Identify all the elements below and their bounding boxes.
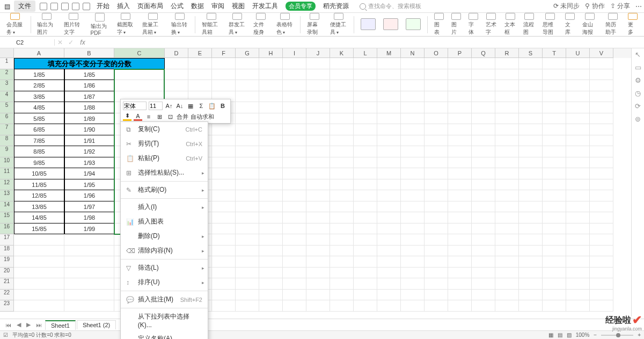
cell[interactable]: [425, 157, 448, 169]
cell[interactable]: [236, 278, 259, 290]
cell-B17[interactable]: [64, 234, 114, 246]
rb-vip-service[interactable]: 会员服务: [3, 13, 27, 36]
cell[interactable]: [425, 234, 448, 246]
cell[interactable]: [306, 102, 330, 113]
cell[interactable]: [401, 135, 425, 147]
cell[interactable]: [543, 201, 566, 213]
cell[interactable]: [519, 135, 543, 147]
cell[interactable]: [590, 201, 613, 213]
cell[interactable]: [330, 290, 354, 301]
cell[interactable]: [448, 58, 472, 69]
cell[interactable]: [448, 201, 472, 213]
tab-formula[interactable]: 公式: [171, 2, 184, 11]
backup-icon[interactable]: ⟳: [634, 102, 642, 110]
cell[interactable]: [543, 300, 566, 312]
cell[interactable]: [377, 135, 401, 147]
cell-C2[interactable]: [114, 69, 165, 81]
cell[interactable]: [212, 278, 236, 290]
cell-A12[interactable]: 11/85: [14, 179, 64, 191]
cell[interactable]: [212, 246, 236, 257]
row-header[interactable]: 5: [0, 102, 14, 113]
cell-A21[interactable]: [14, 278, 64, 290]
row-header[interactable]: 9: [0, 146, 14, 157]
cell[interactable]: [330, 212, 354, 223]
col-F[interactable]: F: [212, 48, 236, 58]
cell[interactable]: [236, 300, 259, 312]
row-header[interactable]: 12: [0, 179, 14, 191]
row-header[interactable]: 19: [0, 256, 14, 268]
cell[interactable]: [212, 168, 236, 179]
name-box[interactable]: C2: [0, 39, 55, 46]
cell-A17[interactable]: [14, 234, 64, 246]
cell[interactable]: [283, 102, 306, 113]
rb-textbox[interactable]: 文本框: [501, 13, 519, 36]
cell[interactable]: [306, 91, 330, 103]
col-C[interactable]: C: [114, 48, 165, 58]
cell[interactable]: [425, 223, 448, 235]
cell[interactable]: [283, 91, 306, 103]
zoom-out-icon[interactable]: −: [594, 332, 597, 338]
font-family-input[interactable]: [123, 102, 147, 110]
cell[interactable]: [377, 168, 401, 179]
cell[interactable]: [236, 246, 259, 257]
cell[interactable]: [566, 80, 590, 91]
cell[interactable]: [425, 69, 448, 81]
cell[interactable]: [354, 124, 377, 135]
ctx-insert[interactable]: 插入(I): [121, 200, 208, 214]
cell[interactable]: [425, 290, 448, 301]
cell-A19[interactable]: [14, 256, 64, 268]
cell[interactable]: [543, 212, 566, 223]
cell[interactable]: [519, 256, 543, 268]
row-header[interactable]: 8: [0, 135, 14, 147]
cell-A6[interactable]: 5/85: [14, 113, 64, 125]
cell[interactable]: [283, 58, 306, 69]
cell[interactable]: [212, 300, 236, 312]
cell[interactable]: [495, 124, 519, 135]
cell[interactable]: [519, 102, 543, 113]
cell[interactable]: [472, 91, 495, 103]
rb-resume[interactable]: 简历助手: [602, 13, 624, 36]
cell[interactable]: [236, 69, 259, 81]
cell[interactable]: [354, 234, 377, 246]
cell[interactable]: [472, 69, 495, 81]
cell[interactable]: [377, 113, 401, 125]
rb-screenshot-ocr[interactable]: 截图取字: [114, 13, 138, 36]
cell[interactable]: [495, 135, 519, 147]
cell[interactable]: [377, 212, 401, 223]
cell[interactable]: [354, 278, 377, 290]
cell[interactable]: [330, 268, 354, 279]
cell[interactable]: [590, 135, 613, 147]
cell[interactable]: [566, 179, 590, 191]
font-size-input[interactable]: [149, 102, 163, 110]
cell[interactable]: [495, 234, 519, 246]
rb-handy-tools[interactable]: 便捷工具: [327, 13, 351, 36]
cell[interactable]: [401, 113, 425, 125]
col-N[interactable]: N: [401, 48, 425, 58]
row-header[interactable]: 18: [0, 246, 14, 257]
cell[interactable]: [425, 102, 448, 113]
cell[interactable]: [566, 268, 590, 279]
cell[interactable]: [259, 135, 283, 147]
cell[interactable]: [472, 168, 495, 179]
cell[interactable]: [448, 246, 472, 257]
cell[interactable]: [330, 179, 354, 191]
cell[interactable]: [519, 223, 543, 235]
cell[interactable]: [425, 124, 448, 135]
col-Q[interactable]: Q: [472, 48, 495, 58]
cell[interactable]: [566, 102, 590, 113]
cell[interactable]: [283, 290, 306, 301]
cell[interactable]: [519, 179, 543, 191]
cell[interactable]: [212, 179, 236, 191]
cell[interactable]: [472, 179, 495, 191]
col-V[interactable]: V: [590, 48, 613, 58]
cell[interactable]: [448, 290, 472, 301]
cell[interactable]: [425, 135, 448, 147]
cell[interactable]: [330, 69, 354, 81]
cell[interactable]: [259, 102, 283, 113]
cursor-icon[interactable]: ↖: [634, 51, 642, 58]
cell[interactable]: [472, 102, 495, 113]
cell[interactable]: [566, 91, 590, 103]
cell[interactable]: [283, 256, 306, 268]
cell[interactable]: [472, 113, 495, 125]
cell[interactable]: [519, 124, 543, 135]
